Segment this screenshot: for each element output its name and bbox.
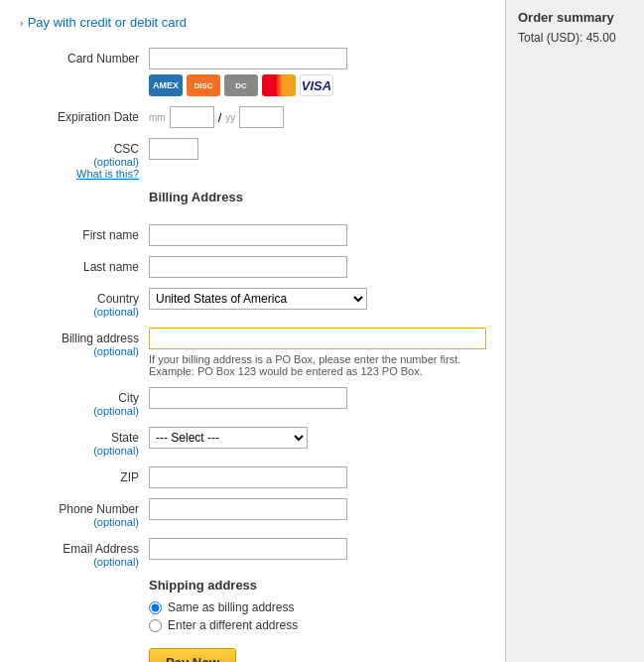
visa-icon: VISA — [300, 74, 333, 96]
yy-label: yy — [225, 112, 235, 123]
billing-address-label: Billing address (optional) — [20, 328, 149, 357]
radio-same-label: Same as billing address — [168, 600, 294, 614]
city-label: City (optional) — [20, 387, 149, 417]
card-number-content: AMEX DISC DC VISA — [149, 48, 485, 96]
mastercard-icon — [262, 74, 296, 96]
email-input[interactable] — [149, 538, 347, 560]
expiry-mm-input[interactable] — [170, 106, 214, 128]
phone-content — [149, 498, 485, 520]
diners-icon: DC — [224, 74, 258, 96]
shipping-title: Shipping address — [149, 578, 485, 593]
card-number-input[interactable] — [149, 48, 347, 69]
billing-note: If your billing address is a PO Box, ple… — [149, 353, 486, 377]
billing-address-title: Billing Address — [149, 190, 485, 204]
state-row: State (optional) --- Select --- — [20, 427, 485, 457]
radio-different-label: Enter a different address — [168, 618, 298, 632]
first-name-content — [149, 224, 485, 246]
phone-input[interactable] — [149, 498, 347, 520]
pay-now-button[interactable]: Pay Now — [149, 648, 236, 662]
discover-icon: DISC — [187, 74, 220, 96]
first-name-row: First name — [20, 224, 485, 246]
csc-label: CSC (optional) What is this? — [20, 138, 149, 180]
csc-row: CSC (optional) What is this? — [20, 138, 485, 180]
zip-content — [149, 466, 485, 488]
email-label: Email Address (optional) — [20, 538, 149, 568]
city-input[interactable] — [149, 387, 347, 409]
phone-row: Phone Number (optional) — [20, 498, 485, 528]
side-panel: Order summary Total (USD): 45.00 — [506, 0, 644, 662]
country-label: Country (optional) — [20, 288, 149, 318]
last-name-row: Last name — [20, 256, 485, 278]
expiry-separator: / — [218, 110, 222, 125]
radio-different[interactable] — [149, 619, 162, 632]
email-row: Email Address (optional) — [20, 538, 485, 568]
zip-label: ZIP — [20, 466, 149, 484]
country-content: United States of America — [149, 288, 485, 310]
first-name-label: First name — [20, 224, 149, 242]
billing-address-content: If your billing address is a PO Box, ple… — [149, 328, 486, 377]
card-icons: AMEX DISC DC VISA — [149, 74, 485, 96]
pay-header-label: Pay with credit or debit card — [28, 15, 187, 30]
order-summary-title: Order summary — [518, 10, 632, 25]
expiry-yy-input[interactable] — [239, 106, 284, 128]
billing-address-title-row: Billing Address — [20, 190, 485, 214]
phone-label: Phone Number (optional) — [20, 498, 149, 528]
last-name-content — [149, 256, 485, 278]
radio-different-row: Enter a different address — [149, 618, 485, 632]
zip-row: ZIP — [20, 466, 485, 488]
order-total: Total (USD): 45.00 — [518, 31, 632, 45]
state-label: State (optional) — [20, 427, 149, 457]
arrow-icon: › — [20, 17, 24, 29]
email-content — [149, 538, 485, 560]
what-is-this-link[interactable]: What is this? — [20, 168, 139, 180]
expiration-date-content: mm / yy — [149, 106, 485, 128]
billing-address-input[interactable] — [149, 328, 486, 349]
expiration-date-row: Expiration Date mm / yy — [20, 106, 485, 128]
mm-label: mm — [149, 112, 166, 123]
csc-content — [149, 138, 485, 160]
state-select[interactable]: --- Select --- — [149, 427, 308, 449]
state-content: --- Select --- — [149, 427, 485, 449]
billing-address-row: Billing address (optional) If your billi… — [20, 328, 485, 377]
city-content — [149, 387, 485, 409]
card-number-row: Card Number AMEX DISC DC VISA — [20, 48, 485, 96]
country-select[interactable]: United States of America — [149, 288, 367, 310]
radio-same-row: Same as billing address — [149, 600, 485, 614]
amex-icon: AMEX — [149, 74, 183, 96]
csc-input[interactable] — [149, 138, 198, 160]
expiry-row: mm / yy — [149, 106, 485, 128]
city-row: City (optional) — [20, 387, 485, 417]
country-row: Country (optional) United States of Amer… — [20, 288, 485, 318]
zip-input[interactable] — [149, 466, 347, 488]
shipping-section: Shipping address Same as billing address… — [20, 578, 485, 632]
pay-header: › Pay with credit or debit card — [20, 15, 485, 30]
last-name-input[interactable] — [149, 256, 347, 278]
last-name-label: Last name — [20, 256, 149, 274]
card-number-label: Card Number — [20, 48, 149, 66]
expiration-date-label: Expiration Date — [20, 106, 149, 124]
first-name-input[interactable] — [149, 224, 347, 246]
radio-same[interactable] — [149, 601, 162, 614]
